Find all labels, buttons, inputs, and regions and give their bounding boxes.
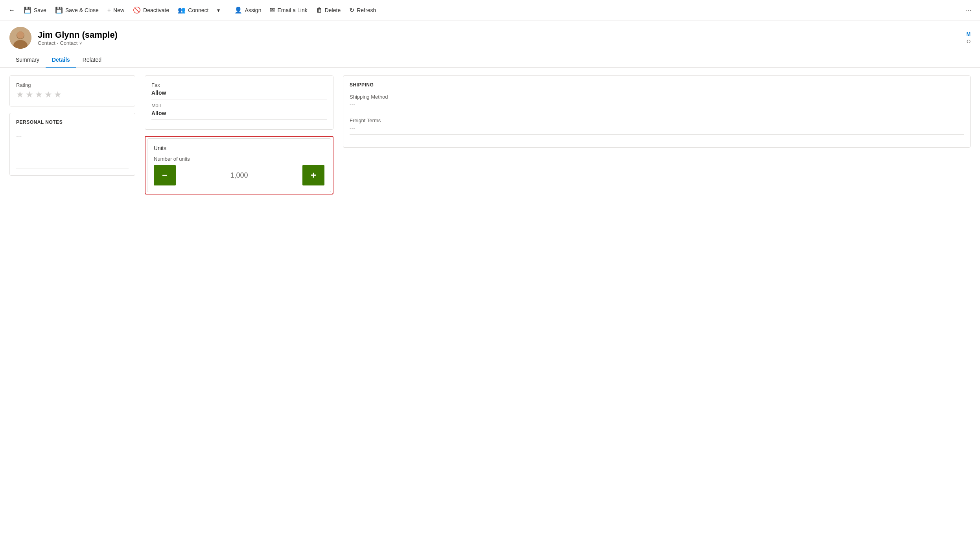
connect-dropdown-button[interactable]: ▾: [213, 5, 224, 16]
shipping-method-field: Shipping Method ---: [350, 94, 964, 111]
assign-icon: 👤: [234, 6, 242, 14]
email-link-button[interactable]: ✉ Email a Link: [266, 4, 311, 16]
fax-value: Allow: [151, 88, 327, 99]
units-increment-button[interactable]: +: [302, 165, 324, 185]
more-icon: ⋯: [966, 7, 971, 13]
refresh-button[interactable]: ↻ Refresh: [345, 4, 380, 16]
record-name: Jim Glynn (sample): [38, 30, 118, 40]
units-field-label: Number of units: [154, 156, 324, 162]
back-icon: ←: [9, 7, 15, 14]
record-header: Jim Glynn (sample) Contact · Contact ∨ M…: [0, 20, 980, 49]
save-button[interactable]: 💾 Save: [20, 4, 50, 16]
star-2[interactable]: ★: [26, 90, 33, 100]
shipping-title: SHIPPING: [350, 82, 964, 88]
rating-label: Rating: [16, 82, 129, 88]
record-subtitle: Contact · Contact ∨: [38, 40, 118, 46]
personal-notes-title: PERSONAL NOTES: [16, 119, 129, 125]
toolbar-divider: [227, 6, 227, 15]
units-controls: − 1,000 +: [154, 165, 324, 185]
star-4[interactable]: ★: [44, 90, 52, 100]
contact-methods-card: Fax Allow Mail Allow: [145, 75, 333, 130]
personal-notes-content[interactable]: ---: [16, 130, 129, 169]
more-button[interactable]: ⋯: [962, 5, 975, 16]
units-outer-border: Units Number of units − 1,000 +: [145, 136, 333, 195]
shipping-card: SHIPPING Shipping Method --- Freight Ter…: [343, 75, 971, 148]
freight-terms-value: ---: [350, 125, 964, 135]
save-icon: 💾: [24, 6, 31, 14]
email-icon: ✉: [270, 6, 275, 14]
chevron-down-icon: ∨: [79, 40, 82, 46]
new-button[interactable]: + New: [103, 4, 128, 16]
save-close-icon: 💾: [55, 6, 63, 14]
connect-icon: 👥: [178, 6, 186, 14]
units-value: 1,000: [176, 171, 302, 180]
tab-related[interactable]: Related: [76, 53, 108, 68]
mail-value: Allow: [151, 108, 327, 120]
refresh-icon: ↻: [349, 6, 354, 14]
toolbar: ← 💾 Save 💾 Save & Close + New 🚫 Deactiva…: [0, 0, 980, 20]
connect-button[interactable]: 👥 Connect: [174, 4, 212, 16]
star-rating[interactable]: ★ ★ ★ ★ ★: [16, 90, 129, 100]
assign-button[interactable]: 👤 Assign: [230, 4, 265, 16]
deactivate-button[interactable]: 🚫 Deactivate: [129, 4, 173, 16]
personal-notes-card: PERSONAL NOTES ---: [9, 113, 135, 176]
tab-summary[interactable]: Summary: [9, 53, 46, 68]
mail-label: Mail: [151, 103, 327, 108]
chevron-down-icon: ▾: [217, 7, 220, 13]
avatar: [9, 27, 31, 49]
units-title: Units: [154, 145, 324, 151]
shipping-method-label: Shipping Method: [350, 94, 964, 100]
units-card: Units Number of units − 1,000 +: [147, 138, 331, 192]
left-column: Rating ★ ★ ★ ★ ★ PERSONAL NOTES ---: [9, 75, 135, 176]
deactivate-icon: 🚫: [133, 6, 141, 14]
fax-field: Fax Allow: [151, 82, 327, 99]
shipping-method-value: ---: [350, 101, 964, 111]
star-5[interactable]: ★: [54, 90, 62, 100]
middle-column: Fax Allow Mail Allow Units Number of uni…: [145, 75, 333, 195]
star-1[interactable]: ★: [16, 90, 24, 100]
star-3[interactable]: ★: [35, 90, 43, 100]
main-content: Rating ★ ★ ★ ★ ★ PERSONAL NOTES --- Fax …: [0, 68, 980, 202]
delete-icon: 🗑: [316, 7, 322, 14]
save-close-button[interactable]: 💾 Save & Close: [51, 4, 103, 16]
freight-terms-label: Freight Terms: [350, 117, 964, 123]
new-icon: +: [107, 7, 111, 14]
record-info: Jim Glynn (sample) Contact · Contact ∨: [38, 30, 118, 46]
back-button[interactable]: ←: [5, 4, 19, 16]
svg-point-3: [17, 31, 24, 39]
units-decrement-button[interactable]: −: [154, 165, 176, 185]
freight-terms-field: Freight Terms ---: [350, 117, 964, 135]
tab-details[interactable]: Details: [46, 53, 76, 68]
delete-button[interactable]: 🗑 Delete: [312, 4, 344, 16]
tabs: Summary Details Related: [0, 53, 980, 68]
header-right: M O: [966, 31, 971, 44]
mail-field: Mail Allow: [151, 103, 327, 120]
fax-label: Fax: [151, 82, 327, 88]
right-column: SHIPPING Shipping Method --- Freight Ter…: [343, 75, 971, 148]
rating-card: Rating ★ ★ ★ ★ ★: [9, 75, 135, 106]
